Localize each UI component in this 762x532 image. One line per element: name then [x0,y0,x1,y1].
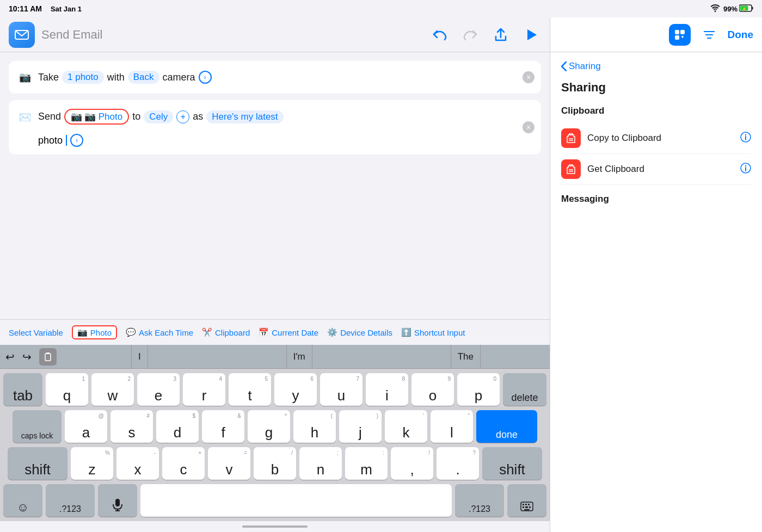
copy-to-clipboard-item[interactable]: Copy to Clipboard [561,123,751,154]
app-icon [9,22,35,48]
key-j[interactable]: )j [339,410,382,443]
action1-text3: camera [163,72,195,83]
get-clipboard-info[interactable] [740,163,751,176]
var-clipboard[interactable]: ✂️ Clipboard [202,327,250,337]
space-key[interactable] [140,484,452,517]
action1-content: Take 1 photo with Back camera › [38,71,212,84]
key-row-1: tab 1q 2w 3e 4r 5t 6y 7u 8i 9o 0p delete [3,373,546,406]
var-shortcut-input[interactable]: ⬆️ Shortcut Input [401,327,465,337]
key-k[interactable]: 'k [385,410,427,443]
pred-undo[interactable]: ↩ [5,350,15,363]
key-c[interactable]: +c [162,447,205,480]
pred-word-2[interactable]: I'm [286,345,312,369]
filter-button[interactable] [699,25,719,45]
pred-word-1[interactable]: I [131,345,148,369]
pred-clipboard-btn[interactable] [39,348,57,366]
var-ask-each-time[interactable]: 💬 Ask Each Time [126,327,193,337]
var-current-date[interactable]: 📅 Current Date [259,327,318,337]
num-symbol-key-right[interactable]: .?123 [455,484,504,517]
action1-pill1[interactable]: 1 photo [62,71,104,84]
key-row-2: caps lock @a #s $d &f *g (h )j 'k "l don… [3,410,546,443]
key-e[interactable]: 3e [137,373,180,406]
key-b[interactable]: /b [254,447,296,480]
add-shortcut-button[interactable] [669,24,691,46]
svg-rect-8 [115,499,120,506]
pred-controls: ↩ ↪ [0,348,62,366]
action2-pill2[interactable]: Cely [144,110,173,123]
home-bar [242,525,308,528]
keyboard-rows: tab 1q 2w 3e 4r 5t 6y 7u 8i 9o 0p delete [0,369,550,521]
svg-rect-6 [45,354,51,361]
key-t[interactable]: 5t [229,373,271,406]
key-i[interactable]: 8i [366,373,408,406]
pred-redo[interactable]: ↪ [22,350,32,363]
shift-key-left[interactable]: shift [8,447,67,480]
done-button[interactable]: Done [728,29,754,41]
tab-key[interactable]: tab [3,373,42,406]
key-x[interactable]: -x [116,447,159,480]
action2-pill3[interactable]: Here's my latest [206,110,283,123]
num-symbol-key-left[interactable]: .?123 [46,484,95,517]
action2-pill1[interactable]: 📷 📷 Photo [64,109,129,125]
svg-rect-23 [682,35,683,38]
var-date-icon: 📅 [259,327,269,337]
var-shortcut-label: Shortcut Input [414,328,465,337]
key-u[interactable]: 7u [320,373,362,406]
caps-lock-key[interactable]: caps lock [13,410,62,443]
action-block-1[interactable]: 📷 Take 1 photo with Back camera › × [9,61,541,94]
action1-text2: with [107,72,125,83]
key-s[interactable]: #s [110,410,153,443]
key-o[interactable]: 9o [411,373,454,406]
delete-key[interactable]: delete [503,373,546,406]
action2-text1: Send [38,111,61,122]
wifi-icon [710,4,720,14]
action1-chevron[interactable]: › [199,71,212,84]
mic-key[interactable] [98,484,137,517]
battery-display: 99% ⚡ [723,4,753,14]
key-comma[interactable]: !, [391,447,433,480]
redo-button[interactable] [460,25,480,45]
get-clipboard-item[interactable]: Get Clipboard [561,154,751,185]
key-row-3: shift %z -x +c =v /b ;n :m !, ?. shift [3,447,546,480]
sharing-back-button[interactable]: Sharing [561,61,751,72]
keyboard-key[interactable] [507,484,546,517]
key-l[interactable]: "l [431,410,473,443]
key-w[interactable]: 2w [91,373,134,406]
action1-close[interactable]: × [523,71,534,83]
play-button[interactable] [521,25,541,45]
messaging-section-title: Messaging [561,194,751,205]
share-button[interactable] [491,25,511,45]
shift-key-right[interactable]: shift [482,447,542,480]
pred-word-3[interactable]: The [451,345,481,369]
key-p[interactable]: 0p [457,373,500,406]
right-toolbar: Done [550,17,762,52]
key-m[interactable]: :m [345,447,388,480]
key-a[interactable]: @a [65,410,107,443]
action2-chevron[interactable]: › [70,134,83,147]
key-v[interactable]: =v [208,447,250,480]
key-period[interactable]: ?. [437,447,479,480]
copy-to-clipboard-icon [561,128,581,148]
key-g[interactable]: *g [248,410,290,443]
var-device-details[interactable]: ⚙️ Device Details [327,327,392,337]
emoji-key[interactable]: ☺ [3,484,42,517]
mic-icon [112,498,123,514]
key-n[interactable]: ;n [299,447,342,480]
select-variable-btn[interactable]: Select Variable [9,328,63,337]
key-y[interactable]: 6y [274,373,317,406]
key-f[interactable]: &f [202,410,244,443]
action2-close[interactable]: × [523,121,534,133]
action1-pill2[interactable]: Back [128,71,159,84]
copy-to-clipboard-info[interactable] [740,132,751,145]
var-photo[interactable]: 📷 Photo [72,325,117,339]
undo-button[interactable] [430,25,450,45]
key-z[interactable]: %z [71,447,113,480]
key-d[interactable]: $d [156,410,199,443]
key-h[interactable]: (h [293,410,336,443]
done-key[interactable]: done [476,410,537,443]
key-q[interactable]: 1q [46,373,88,406]
num-symbol-right-label: .?123 [469,505,490,514]
key-r[interactable]: 4r [183,373,225,406]
action2-plus[interactable]: + [176,110,189,123]
action-block-2[interactable]: ✉️ Send 📷 📷 Photo to Cely + as Here's my… [9,100,541,154]
